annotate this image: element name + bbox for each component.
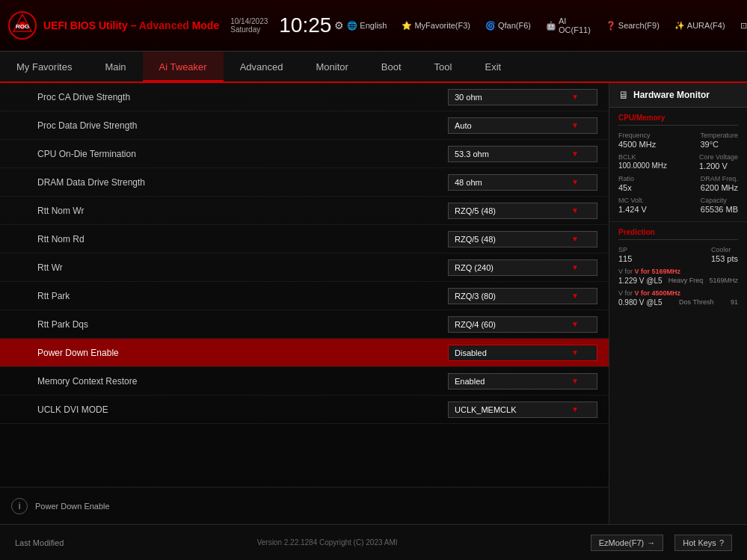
dropdown-select[interactable]: RZQ/5 (48)▼	[448, 203, 597, 219]
setting-row[interactable]: Rtt WrRZQ (240)▼	[0, 253, 609, 282]
settings-list: Proc CA Drive Strength30 ohm▼Proc Data D…	[0, 83, 609, 487]
arrow-right-icon: →	[647, 538, 655, 547]
ratio-label: Ratio	[618, 175, 634, 182]
english-label: English	[360, 21, 387, 30]
nav-item-boot[interactable]: Boot	[365, 52, 418, 81]
cpu-memory-section: CPU/Memory Frequency 4500 MHz Temperatur…	[609, 108, 747, 222]
dropdown-select[interactable]: Disabled▼	[448, 345, 597, 361]
setting-label: Power Down Enable	[37, 348, 448, 358]
setting-row[interactable]: Rtt Nom WrRZQ/5 (48)▼	[0, 197, 609, 225]
setting-label: DRAM Data Drive Strength	[37, 177, 448, 188]
capacity-col: Capacity 65536 MB	[701, 197, 738, 214]
dropdown-select[interactable]: UCLK_MEMCLK▼	[448, 401, 597, 418]
setting-row[interactable]: CPU On-Die Termination53.3 ohm▼	[0, 140, 609, 168]
setting-row[interactable]: Rtt ParkRZQ/3 (80)▼	[0, 282, 609, 310]
setting-value: RZQ/5 (48)▼	[448, 203, 597, 219]
dropdown-value: UCLK_MEMCLK	[455, 405, 517, 414]
bclk-col: BCLK 100.0000 MHz	[618, 153, 667, 170]
footer-last-modified: Last Modified	[15, 538, 64, 547]
setting-row[interactable]: Rtt Park DqsRZQ/4 (60)▼	[0, 310, 609, 339]
setting-label: Proc CA Drive Strength	[37, 92, 448, 102]
logo-area: ROG UEFI BIOS Utility – Advanced Mode	[7, 10, 219, 40]
setting-value: RZQ (240)▼	[448, 259, 597, 276]
mcvolt-capacity-row: MC Volt. 1.424 V Capacity 65536 MB	[618, 197, 738, 214]
myfavorite-icon-item[interactable]: ⭐ MyFavorite(F3)	[399, 19, 473, 32]
dram-freq-value: 6200 MHz	[701, 183, 738, 192]
core-voltage-label: Core Voltage	[699, 153, 738, 161]
dram-freq-label: DRAM Freq.	[701, 175, 738, 182]
dropdown-select[interactable]: RZQ/4 (60)▼	[448, 316, 597, 333]
nav-item-exit[interactable]: Exit	[468, 52, 517, 81]
dropdown-select[interactable]: 48 ohm▼	[448, 174, 597, 191]
dropdown-value: RZQ/5 (48)	[455, 235, 496, 244]
v-5169-sub1: 1.229 V @L5	[618, 277, 663, 285]
setting-label: Rtt Wr	[37, 262, 448, 273]
dropdown-select[interactable]: 53.3 ohm▼	[448, 146, 597, 162]
svg-text:ROG: ROG	[16, 23, 29, 30]
sp-cooler-row: SP 115 Cooler 153 pts	[618, 246, 738, 263]
aioc-icon-item[interactable]: 🤖 AI OC(F11)	[543, 15, 594, 36]
dropdown-select[interactable]: RZQ/5 (48)▼	[448, 231, 597, 247]
dropdown-select[interactable]: RZQ (240)▼	[448, 259, 597, 276]
footer-version: Version 2.22.1284 Copyright (C) 2023 AMI	[257, 538, 398, 547]
setting-row[interactable]: DRAM Data Drive Strength48 ohm▼	[0, 168, 609, 197]
dropdown-value: RZQ/5 (48)	[455, 206, 496, 215]
dropdown-value: Enabled	[455, 377, 485, 386]
nav-item-tool[interactable]: Tool	[418, 52, 469, 81]
dropdown-value: 30 ohm	[455, 93, 482, 102]
nav-item-advanced[interactable]: Advanced	[224, 52, 300, 81]
settings-icon[interactable]: ⚙	[334, 20, 344, 31]
dropdown-select[interactable]: Enabled▼	[448, 373, 597, 390]
ratio-col: Ratio 45x	[618, 175, 634, 192]
setting-label: CPU On-Die Termination	[37, 149, 448, 159]
nav-item-my-favorites[interactable]: My Favorites	[0, 52, 88, 81]
resize-icon-item[interactable]: ⊡ ReSize BAR	[737, 15, 747, 36]
setting-row[interactable]: Memory Context RestoreEnabled▼	[0, 367, 609, 396]
settings-panel: Proc CA Drive Strength30 ohm▼Proc Data D…	[0, 83, 609, 524]
nav-item-ai-tweaker[interactable]: Ai Tweaker	[143, 52, 224, 81]
setting-label: Rtt Nom Rd	[37, 234, 448, 244]
aura-label: AURA(F4)	[687, 21, 725, 30]
dropdown-arrow-icon: ▼	[571, 93, 579, 101]
setting-row[interactable]: Rtt Nom RdRZQ/5 (48)▼	[0, 225, 609, 253]
dos-thresh-value: 91	[731, 298, 738, 307]
mc-volt-col: MC Volt. 1.424 V	[618, 197, 647, 214]
qfan-icon-item[interactable]: 🌀 Qfan(F6)	[482, 19, 534, 32]
mc-volt-label: MC Volt.	[618, 197, 647, 204]
dropdown-select[interactable]: 30 ohm▼	[448, 89, 597, 105]
nav-item-monitor[interactable]: Monitor	[300, 52, 365, 81]
v-for-5169-row: V for V for 5169MHz 1.229 V @L5 Heavy Fr…	[618, 268, 738, 285]
search-icon-item[interactable]: ❓ Search(F9)	[603, 19, 663, 32]
ez-mode-button[interactable]: EzMode(F7) →	[591, 535, 664, 551]
bios-title: UEFI BIOS Utility – Advanced Mode	[43, 19, 219, 31]
setting-row[interactable]: UCLK DVI MODEUCLK_MEMCLK▼	[0, 396, 609, 424]
setting-row[interactable]: Proc Data Drive StrengthAuto▼	[0, 111, 609, 140]
bclk-value: 100.0000 MHz	[618, 161, 667, 170]
setting-value: Auto▼	[448, 117, 597, 134]
english-icon-item[interactable]: 🌐 English	[344, 19, 390, 32]
frequency-value: 4500 MHz	[618, 140, 656, 149]
info-icon: i	[11, 498, 28, 514]
ratio-dramfreq-row: Ratio 45x DRAM Freq. 6200 MHz	[618, 175, 738, 192]
setting-value: 30 ohm▼	[448, 89, 597, 105]
dropdown-select[interactable]: RZQ/3 (80)▼	[448, 288, 597, 304]
setting-row[interactable]: Proc CA Drive Strength30 ohm▼	[0, 83, 609, 111]
setting-row[interactable]: Power Down EnableDisabled▼	[0, 339, 609, 367]
cpu-memory-title: CPU/Memory	[618, 114, 738, 126]
date-display: 10/14/2023	[230, 17, 268, 25]
question-mark-icon: ?	[719, 538, 724, 547]
dropdown-value: RZQ/4 (60)	[455, 320, 496, 329]
hot-keys-button[interactable]: Hot Keys ?	[674, 535, 732, 551]
heavy-freq-label: Heavy Freq	[668, 277, 704, 285]
hw-monitor-header: 🖥 Hardware Monitor	[609, 83, 747, 108]
heavy-freq-value: 5169MHz	[709, 277, 738, 285]
setting-label: Memory Context Restore	[37, 376, 448, 387]
nav-item-main[interactable]: Main	[88, 52, 142, 81]
time-display: 10:25 ⚙	[279, 15, 344, 36]
dropdown-select[interactable]: Auto▼	[448, 117, 597, 134]
aura-icon-item[interactable]: ✨ AURA(F4)	[671, 19, 728, 32]
main-layout: Proc CA Drive Strength30 ohm▼Proc Data D…	[0, 83, 747, 524]
setting-value: RZQ/5 (48)▼	[448, 231, 597, 247]
dropdown-arrow-icon: ▼	[571, 121, 579, 129]
dropdown-arrow-icon: ▼	[571, 263, 579, 271]
